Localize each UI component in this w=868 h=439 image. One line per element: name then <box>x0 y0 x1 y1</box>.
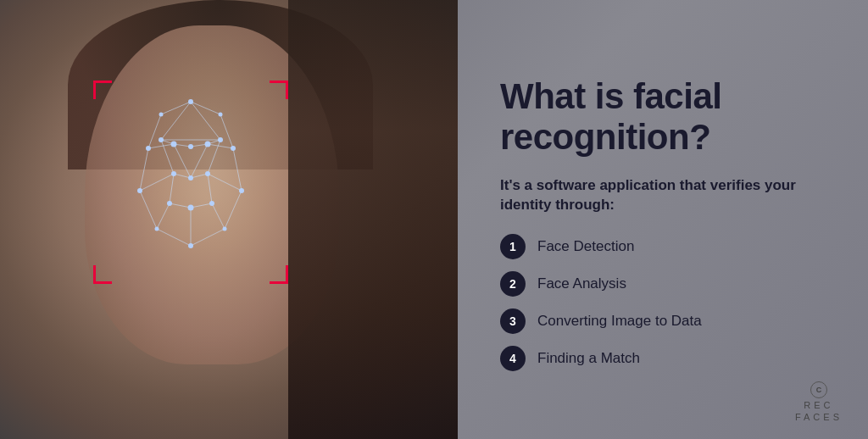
step-number-4: 4 <box>500 346 526 371</box>
steps-list: 1 Face Detection 2 Face Analysis 3 Conve… <box>500 234 834 371</box>
svg-line-17 <box>140 174 174 191</box>
svg-line-26 <box>191 229 225 246</box>
svg-point-41 <box>205 142 211 147</box>
svg-point-40 <box>188 144 193 149</box>
svg-line-3 <box>148 144 174 148</box>
face-mesh-svg <box>93 81 288 284</box>
step-label-4: Finding a Match <box>537 350 640 367</box>
svg-line-18 <box>208 174 242 191</box>
svg-line-31 <box>191 102 220 114</box>
svg-line-24 <box>225 191 242 229</box>
svg-line-21 <box>170 203 191 208</box>
svg-point-43 <box>231 146 236 151</box>
svg-line-25 <box>157 229 191 246</box>
main-title: What is facial recognition? <box>500 76 834 158</box>
svg-line-20 <box>208 174 212 203</box>
svg-line-14 <box>191 174 208 178</box>
svg-point-50 <box>188 205 194 211</box>
svg-line-28 <box>212 203 225 229</box>
svg-point-53 <box>188 243 193 248</box>
svg-line-33 <box>220 114 233 148</box>
svg-point-37 <box>146 146 151 151</box>
svg-point-42 <box>218 137 223 142</box>
step-item-2: 2 Face Analysis <box>500 271 834 297</box>
svg-line-16 <box>233 148 242 191</box>
svg-line-1 <box>191 102 220 140</box>
svg-point-51 <box>209 201 214 206</box>
svg-line-19 <box>170 174 174 203</box>
detection-box <box>93 81 288 284</box>
svg-line-22 <box>191 203 212 208</box>
svg-point-48 <box>239 188 244 193</box>
svg-point-35 <box>159 113 164 117</box>
step-number-3: 3 <box>500 308 526 334</box>
svg-point-54 <box>223 227 227 231</box>
svg-point-44 <box>137 188 142 193</box>
svg-line-15 <box>140 148 148 191</box>
step-number-1: 1 <box>500 234 526 259</box>
svg-line-23 <box>140 191 157 229</box>
svg-line-30 <box>161 102 191 114</box>
svg-point-34 <box>188 99 193 104</box>
svg-line-10 <box>191 144 208 178</box>
svg-point-52 <box>155 227 159 231</box>
svg-point-36 <box>219 113 223 117</box>
step-item-3: 3 Converting Image to Data <box>500 308 834 334</box>
hair-right <box>288 0 458 439</box>
logo-text-faces: FACES <box>795 412 843 422</box>
logo-text-rec: REC <box>804 400 833 410</box>
svg-line-0 <box>161 102 191 140</box>
content-panel: What is facial recognition? It's a softw… <box>458 0 868 439</box>
step-item-4: 4 Finding a Match <box>500 346 834 371</box>
svg-point-46 <box>188 175 193 181</box>
svg-point-49 <box>167 201 172 206</box>
logo-circle-icon <box>810 381 827 398</box>
face-background <box>0 0 458 439</box>
subtitle: It's a software application that verifie… <box>500 175 834 216</box>
main-container: What is facial recognition? It's a softw… <box>0 0 868 439</box>
svg-line-13 <box>174 174 191 178</box>
step-label-3: Converting Image to Data <box>537 313 702 330</box>
svg-line-6 <box>208 144 233 148</box>
step-number-2: 2 <box>500 271 526 297</box>
image-panel <box>0 0 458 439</box>
logo-area: REC FACES <box>795 381 843 422</box>
svg-point-45 <box>171 171 176 176</box>
svg-point-47 <box>205 171 210 176</box>
svg-line-9 <box>174 144 191 178</box>
svg-point-39 <box>171 142 177 147</box>
svg-line-27 <box>157 203 170 229</box>
svg-line-32 <box>148 114 161 148</box>
svg-point-38 <box>159 137 164 142</box>
step-label-2: Face Analysis <box>537 275 626 292</box>
step-label-1: Face Detection <box>537 238 634 255</box>
step-item-1: 1 Face Detection <box>500 234 834 259</box>
